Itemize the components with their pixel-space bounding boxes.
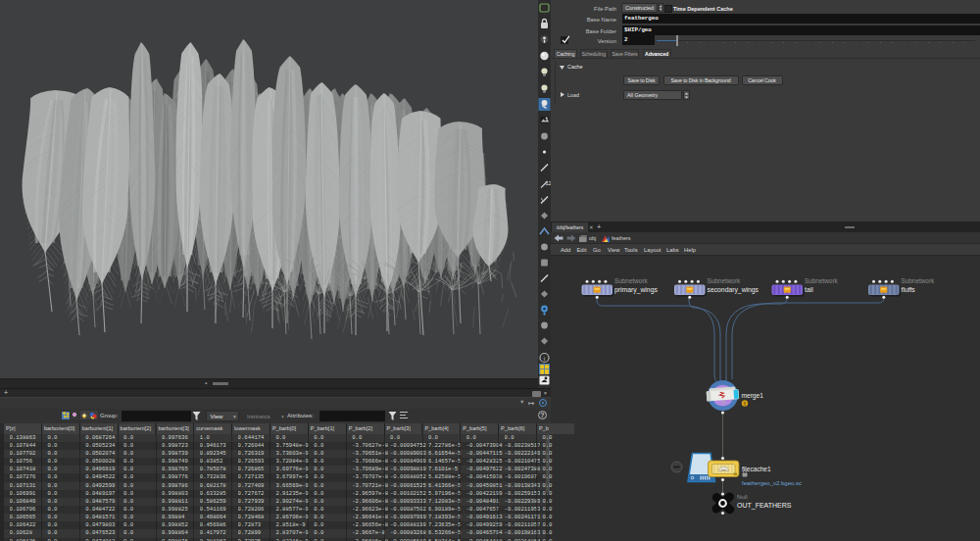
svg-text:i: i (544, 355, 546, 363)
svg-text:feathergeo_v2.bgeo.sc: feathergeo_v2.bgeo.sc (742, 480, 802, 486)
svg-text:OUT_FEATHERS: OUT_FEATHERS (737, 502, 792, 510)
svg-text:fluffs: fluffs (902, 286, 916, 293)
svg-text:secondary_wings: secondary_wings (708, 286, 760, 294)
svg-text:tail: tail (805, 286, 813, 293)
svg-text:Subnetwork: Subnetwork (708, 277, 742, 284)
svg-text:primary_wings: primary_wings (614, 286, 658, 294)
svg-text:!: ! (744, 401, 746, 407)
svg-text:Null: Null (737, 493, 748, 500)
svg-text:Subnetwork: Subnetwork (902, 277, 936, 284)
svg-text:Subnetwork: Subnetwork (614, 277, 649, 284)
svg-text:merge1: merge1 (742, 392, 764, 400)
svg-text:Subnetwork: Subnetwork (805, 277, 839, 284)
